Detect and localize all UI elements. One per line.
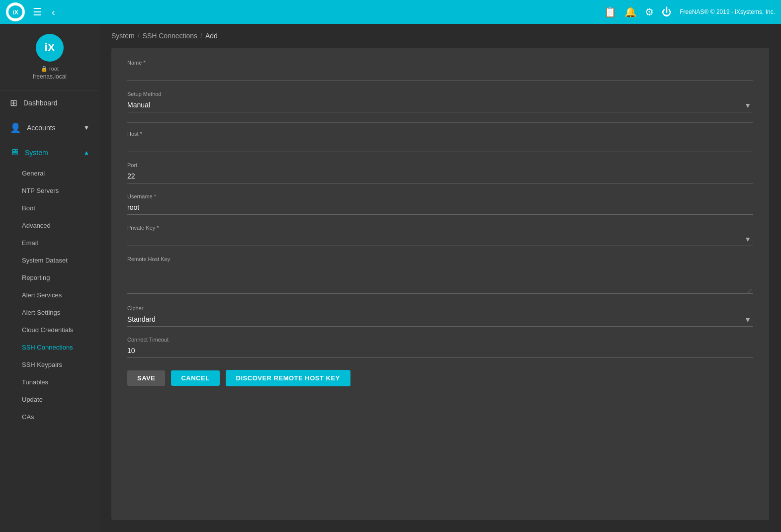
sidebar-item-dashboard[interactable]: ⊞ Dashboard	[0, 90, 99, 115]
system-icon: 🖥	[10, 147, 19, 158]
private-key-group: Private Key * Generate New ▼	[127, 225, 753, 246]
connect-timeout-group: Connect Timeout	[127, 337, 753, 358]
port-field-group: Port	[127, 162, 753, 183]
sidebar-item-boot[interactable]: Boot	[0, 199, 99, 217]
sidebar-item-advanced[interactable]: Advanced	[0, 217, 99, 234]
save-button[interactable]: SAVE	[127, 370, 165, 386]
logo-icon: iX	[6, 2, 25, 21]
remote-host-key-input[interactable]	[127, 264, 753, 294]
remote-host-key-group: Remote Host Key ⤢	[127, 256, 753, 295]
host-input[interactable]	[127, 139, 753, 152]
main-layout: iX 🔒 root freenas.local ⊞ Dashboard 👤 Ac…	[0, 24, 781, 532]
sidebar-item-cas[interactable]: CAs	[0, 408, 99, 426]
breadcrumb: System / SSH Connections / Add	[99, 24, 781, 48]
clipboard-icon[interactable]: 📋	[604, 6, 616, 18]
breadcrumb-system[interactable]: System	[111, 32, 135, 40]
remote-host-key-wrapper: ⤢	[127, 264, 753, 295]
remote-host-key-label: Remote Host Key	[127, 256, 753, 262]
content-area: System / SSH Connections / Add Name * Se…	[99, 24, 781, 532]
cipher-group: Cipher Standard Fast Disabled ▼	[127, 305, 753, 327]
cancel-button[interactable]: CANCEL	[171, 370, 219, 386]
name-field-group: Name *	[127, 60, 753, 81]
sidebar-item-email[interactable]: Email	[0, 234, 99, 252]
resize-icon: ⤢	[747, 287, 752, 294]
sidebar: iX 🔒 root freenas.local ⊞ Dashboard 👤 Ac…	[0, 24, 99, 532]
system-collapse-icon: ▲	[84, 149, 89, 156]
button-row: SAVE CANCEL DISCOVER REMOTE HOST KEY	[127, 370, 753, 386]
back-icon[interactable]: ‹	[50, 4, 57, 20]
username-field-group: Username *	[127, 193, 753, 215]
name-label: Name *	[127, 60, 753, 66]
sidebar-item-alert-services[interactable]: Alert Services	[0, 286, 99, 304]
private-key-select-wrapper: Generate New ▼	[127, 233, 753, 246]
sidebar-item-label: Dashboard	[23, 99, 58, 107]
sidebar-item-accounts[interactable]: 👤 Accounts ▼	[0, 115, 99, 140]
setup-method-select[interactable]: Manual Semi-automatic	[127, 99, 753, 112]
connect-timeout-input[interactable]	[127, 345, 753, 358]
private-key-label: Private Key *	[127, 225, 753, 231]
host-label: Host *	[127, 131, 753, 137]
divider-1	[127, 122, 753, 123]
accounts-expand-icon: ▼	[84, 124, 89, 131]
name-input[interactable]	[127, 68, 753, 81]
accounts-icon: 👤	[10, 122, 21, 133]
username-input[interactable]	[127, 201, 753, 215]
cipher-select[interactable]: Standard Fast Disabled	[127, 313, 753, 326]
username-label: Username *	[127, 193, 753, 199]
user-section: iX 🔒 root freenas.local	[0, 24, 99, 90]
sidebar-item-general[interactable]: General	[0, 165, 99, 182]
user-hostname: freenas.local	[0, 73, 99, 80]
sidebar-item-tunables[interactable]: Tunables	[0, 373, 99, 391]
sidebar-item-ntp-servers[interactable]: NTP Servers	[0, 182, 99, 199]
sidebar-item-reporting[interactable]: Reporting	[0, 269, 99, 286]
logo: iX	[6, 2, 25, 21]
connect-timeout-label: Connect Timeout	[127, 337, 753, 343]
header-right: 📋 🔔 ⚙ ⏻ FreeNAS® © 2019 - iXsystems, Inc…	[604, 6, 775, 18]
setup-method-select-wrapper: Manual Semi-automatic ▼	[127, 99, 753, 112]
menu-icon[interactable]: ☰	[31, 4, 44, 20]
sidebar-item-ssh-keypairs[interactable]: SSH Keypairs	[0, 356, 99, 373]
sidebar-item-alert-settings[interactable]: Alert Settings	[0, 304, 99, 321]
port-label: Port	[127, 162, 753, 168]
dashboard-icon: ⊞	[10, 97, 17, 108]
setup-method-label: Setup Method	[127, 91, 753, 97]
breadcrumb-ssh-connections[interactable]: SSH Connections	[143, 32, 198, 40]
private-key-select[interactable]: Generate New	[127, 233, 753, 246]
power-icon[interactable]: ⏻	[662, 6, 672, 18]
setup-method-group: Setup Method Manual Semi-automatic ▼	[127, 91, 753, 112]
sidebar-item-update[interactable]: Update	[0, 391, 99, 408]
breadcrumb-add: Add	[205, 32, 218, 40]
header-left: iX ☰ ‹	[6, 2, 57, 21]
bell-icon[interactable]: 🔔	[624, 6, 637, 18]
cipher-select-wrapper: Standard Fast Disabled ▼	[127, 313, 753, 327]
settings-icon[interactable]: ⚙	[645, 6, 654, 18]
user-lock: 🔒 root	[0, 66, 99, 72]
sidebar-item-system[interactable]: 🖥 System ▲	[0, 140, 99, 165]
port-input[interactable]	[127, 170, 753, 183]
sidebar-item-system-dataset[interactable]: System Dataset	[0, 252, 99, 269]
discover-button[interactable]: DISCOVER REMOTE HOST KEY	[226, 370, 350, 386]
cipher-label: Cipher	[127, 305, 753, 311]
avatar: iX	[36, 34, 64, 62]
top-header: iX ☰ ‹ 📋 🔔 ⚙ ⏻ FreeNAS® © 2019 - iXsyste…	[0, 0, 781, 24]
copyright-text: FreeNAS® © 2019 - iXsystems, Inc.	[680, 8, 775, 15]
svg-text:iX: iX	[12, 9, 18, 16]
sidebar-item-cloud-credentials[interactable]: Cloud Credentials	[0, 321, 99, 339]
sidebar-item-ssh-connections[interactable]: SSH Connections	[0, 339, 99, 356]
form-panel: Name * Setup Method Manual Semi-automati…	[111, 48, 769, 520]
host-field-group: Host *	[127, 131, 753, 152]
